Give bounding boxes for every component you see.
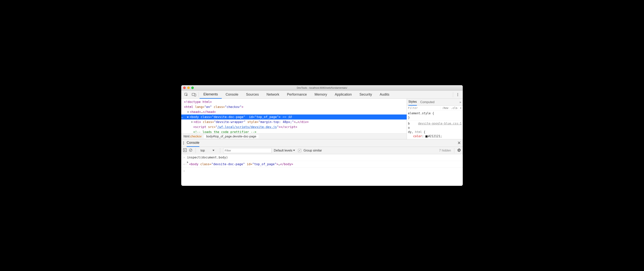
more-icon[interactable] (454, 90, 462, 99)
dom-tree[interactable]: <!doctype html> <html lang="en" class="c… (181, 99, 407, 134)
tab-security[interactable]: Security (356, 90, 376, 99)
rule-body-html[interactable]: b devsite-google-blue.css:1 o dy, html {… (408, 122, 462, 138)
group-similar-label: Group similar (304, 149, 322, 152)
crumb-body[interactable]: body#top_of_page.devsite-doc-page (204, 135, 258, 138)
drawer-tab-console[interactable]: Console (187, 139, 199, 147)
panels: <!doctype html> <html lang="en" class="c… (181, 99, 463, 139)
separator (454, 148, 454, 153)
dom-node-selected[interactable]: … <body class="devsite-doc-page" id="top… (181, 114, 407, 120)
expand-icon[interactable] (192, 121, 193, 123)
style-filter-input[interactable]: Filter (407, 106, 440, 110)
dom-node[interactable]: <html lang="en" class="checkov"> (181, 104, 407, 110)
console-toolbar: top Default levels ✓ Group similar 7 hid… (181, 147, 463, 154)
minimize-window[interactable] (187, 86, 190, 89)
log-levels[interactable]: Default levels (274, 149, 296, 152)
drawer-header: Console ✕ (181, 139, 463, 147)
rule-source-link[interactable]: devsite-google-blue.css:1 (418, 122, 462, 126)
style-rules[interactable]: element.style { } b devsite-google-blue.… (407, 110, 463, 139)
console-input-row: › inspect(document.body) (181, 154, 463, 161)
inspect-icon[interactable] (182, 90, 190, 99)
devtools-window: DevTools - localhost:8080/web/fundamenta… (181, 85, 463, 186)
breadcrumb: html.checkov body#top_of_page.devsite-do… (181, 134, 407, 139)
tab-application[interactable]: Application (331, 90, 356, 99)
color-swatch[interactable] (425, 135, 428, 138)
console-filter-input[interactable] (223, 148, 272, 153)
tab-performance[interactable]: Performance (283, 90, 310, 99)
dom-node[interactable]: <head>…</head> (181, 110, 407, 114)
prompt-chevron-icon: › (183, 168, 187, 174)
expand-icon[interactable] (188, 111, 189, 113)
tab-network[interactable]: Network (262, 90, 283, 99)
style-filter-row: Filter :hov .cls + (407, 106, 463, 110)
group-similar-checkbox[interactable]: ✓ (298, 149, 301, 152)
input-chevron-icon: › (183, 154, 187, 160)
tab-console[interactable]: Console (222, 90, 242, 99)
console-output-row: ‹· <body class="devsite-doc-page" id="to… (181, 161, 463, 168)
style-tabs: Styles Computed » (407, 99, 463, 106)
clear-console-icon[interactable] (189, 148, 192, 153)
dom-node[interactable]: <script src="/wf-local/scripts/devsite-d… (181, 124, 407, 130)
run-icon[interactable] (183, 148, 187, 153)
new-rule-button[interactable]: + (459, 106, 463, 110)
dom-panel: <!doctype html> <html lang="en" class="c… (181, 99, 407, 139)
titlebar: DevTools - localhost:8080/web/fundamenta… (181, 85, 463, 90)
traffic-lights (183, 86, 194, 89)
expand-icon[interactable] (187, 161, 188, 163)
tab-styles[interactable]: Styles (408, 99, 417, 106)
tab-sources[interactable]: Sources (242, 90, 262, 99)
svg-rect-2 (194, 94, 196, 96)
window-title: DevTools - localhost:8080/web/fundamenta… (297, 86, 347, 89)
separator (196, 148, 196, 153)
main-toolbar: Elements Console Sources Network Perform… (181, 90, 463, 99)
dom-node[interactable]: <!-- loads the code prettifier --> (181, 130, 407, 134)
hidden-count[interactable]: 7 hidden (439, 149, 451, 152)
crumb-html[interactable]: html.checkov (181, 135, 204, 138)
rule-element-style[interactable]: element.style { } (408, 111, 462, 120)
collapse-icon[interactable] (187, 116, 189, 118)
separator (198, 92, 199, 97)
tab-audits[interactable]: Audits (376, 90, 393, 99)
context-selector[interactable]: top (199, 148, 217, 153)
more-tabs-icon[interactable]: » (460, 100, 461, 104)
separator (220, 148, 220, 153)
output-chevron-icon: ‹· (183, 161, 187, 167)
console-settings-icon[interactable] (457, 148, 461, 153)
device-toggle-icon[interactable] (190, 90, 198, 99)
svg-line-5 (190, 149, 192, 151)
drawer-menu-icon[interactable] (183, 142, 184, 144)
dom-node[interactable]: <div class="devsite-wrapper" style="marg… (181, 120, 407, 124)
console-body[interactable]: › inspect(document.body) ‹· <body class=… (181, 154, 463, 186)
dom-node[interactable]: <!doctype html> (181, 100, 407, 104)
tab-computed[interactable]: Computed (420, 99, 434, 106)
close-window[interactable] (183, 86, 186, 89)
zoom-window[interactable] (191, 86, 194, 89)
console-output[interactable]: <body class="devsite-doc-page" id="top_o… (189, 161, 293, 167)
console-prompt-row[interactable]: › (181, 168, 463, 174)
console-command: inspect(document.body) (187, 154, 228, 160)
tab-memory[interactable]: Memory (310, 90, 331, 99)
styles-panel: Styles Computed » Filter :hov .cls + ele… (407, 99, 463, 139)
close-drawer-icon[interactable]: ✕ (457, 140, 461, 146)
hov-toggle[interactable]: :hov (440, 106, 450, 110)
tab-elements[interactable]: Elements (200, 90, 222, 99)
cls-toggle[interactable]: .cls (450, 106, 459, 110)
